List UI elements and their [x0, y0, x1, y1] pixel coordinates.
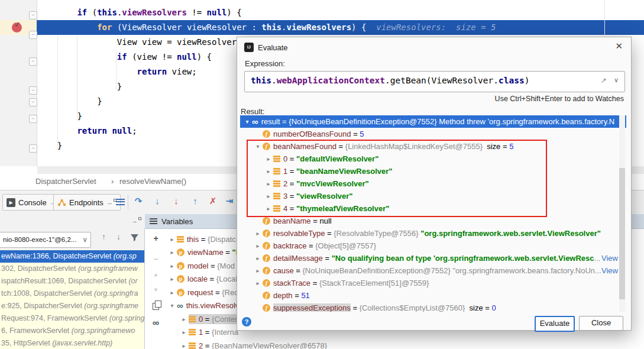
result-row[interactable]: ▸3 = "viewResolver": [240, 190, 626, 202]
tree-chevron-icon[interactable]: ▸: [253, 230, 263, 237]
result-row[interactable]: fbeanName = null: [240, 215, 626, 227]
close-icon[interactable]: ✕: [615, 41, 623, 51]
result-row[interactable]: ▸2 = "mvcViewResolver": [240, 177, 626, 190]
fold-marker-icon[interactable]: −: [29, 115, 37, 123]
frame-row[interactable]: tch:1008, DispatcherServlet (org.springf…: [0, 287, 144, 300]
fold-marker-icon[interactable]: −: [29, 31, 37, 39]
frame-row[interactable]: 302, DispatcherServlet (org.springframew: [0, 263, 144, 275]
force-step-into-icon[interactable]: ↓: [170, 196, 182, 206]
parameter-icon: p: [177, 248, 185, 256]
fold-marker-icon[interactable]: −: [29, 98, 37, 106]
result-row[interactable]: ▸4 = "thymeleafViewResolver": [240, 202, 626, 215]
fold-marker-icon[interactable]: −: [29, 11, 37, 20]
result-row[interactable]: fnumberOfBeansFound = 5: [240, 128, 626, 140]
result-row[interactable]: ▸fcause = {NoUniqueBeanDefinitionExcepti…: [240, 264, 626, 277]
fold-marker-icon[interactable]: −: [29, 57, 37, 66]
frame-down-icon[interactable]: ↓: [116, 232, 121, 241]
pin-icon[interactable]: →: [131, 217, 141, 224]
view-link[interactable]: View: [601, 254, 618, 263]
ide-window: if (this.viewResolvers != null) { for (V…: [0, 0, 644, 349]
tree-chevron-icon[interactable]: ▸: [167, 263, 177, 269]
tree-chevron-icon[interactable]: ▸: [264, 193, 273, 199]
breakpoint-verified-check-icon: ✓: [14, 20, 21, 29]
parameter-icon: p: [177, 289, 185, 296]
result-row[interactable]: ▾fbeanNamesFound = {LinkedHashMap$Linked…: [240, 140, 626, 153]
breakpoint-icon[interactable]: ✓: [12, 22, 22, 33]
add-watch-icon[interactable]: +: [145, 234, 167, 243]
move-up-icon[interactable]: ▲: [145, 272, 167, 277]
frame-row[interactable]: 35, HttpServlet (javax.servlet.http): [0, 337, 144, 349]
tree-chevron-icon[interactable]: ▸: [253, 243, 263, 249]
frame-row[interactable]: ispatchResult:1069, DispatcherServlet (o…: [0, 275, 144, 287]
result-row[interactable]: ▸fstackTrace = {StackTraceElement[51]@75…: [240, 277, 626, 289]
field-icon: f: [263, 130, 270, 138]
tree-chevron-icon[interactable]: ▸: [179, 329, 189, 335]
tree-chevron-icon[interactable]: ▸: [167, 276, 177, 282]
drop-frame-icon[interactable]: ✗: [207, 196, 219, 206]
tree-chevron-icon[interactable]: ▸: [264, 168, 273, 174]
chevron-down-icon: ∨: [83, 232, 88, 247]
tree-chevron-icon[interactable]: ▸: [253, 267, 263, 274]
move-down-icon[interactable]: ▼: [145, 287, 167, 293]
array-item-icon: [273, 168, 280, 174]
tree-chevron-icon[interactable]: ▸: [179, 316, 189, 322]
result-row[interactable]: ▸0 = "defaultViewResolver": [240, 153, 626, 165]
layout-menu-icon[interactable]: [116, 199, 125, 205]
tree-chevron-icon[interactable]: ▸: [264, 156, 273, 162]
tree-chevron-icon[interactable]: ▾: [253, 143, 263, 150]
show-watches-icon[interactable]: ∞: [145, 318, 167, 328]
result-row[interactable]: ▸fresolvableType = {ResolvableType@7556}…: [240, 227, 626, 240]
tree-chevron-icon[interactable]: ▸: [179, 342, 189, 349]
result-row[interactable]: fsuppressedExceptions = {Collections$Emp…: [240, 302, 626, 312]
frame-row[interactable]: ewName:1366, DispatcherServlet (org.sp: [0, 250, 144, 263]
filter-frames-icon[interactable]: [130, 234, 139, 242]
tree-chevron-icon[interactable]: ▸: [264, 180, 273, 187]
parameter-icon: p: [177, 275, 185, 283]
tree-chevron-icon[interactable]: ▸: [253, 280, 263, 286]
step-out-icon[interactable]: ↑: [189, 196, 201, 206]
tree-chevron-icon[interactable]: ▾: [167, 302, 177, 309]
close-button[interactable]: Close: [579, 316, 623, 331]
add-to-watches-hint: Use Ctrl+Shift+Enter to add to Watches: [495, 95, 624, 103]
run-to-cursor-icon[interactable]: ⇥: [224, 196, 235, 206]
fold-marker-icon[interactable]: −: [29, 86, 37, 95]
frame-row[interactable]: e:925, DispatcherServlet (org.springfram…: [0, 300, 144, 312]
result-label: Result:: [241, 107, 264, 116]
result-row[interactable]: ▸fdetailMessage = "No qualifying bean of…: [240, 252, 626, 264]
result-row[interactable]: ▾∞result = {NoUniqueBeanDefinitionExcept…: [240, 115, 626, 128]
expression-label: Expression:: [245, 59, 285, 68]
code-line: }: [37, 79, 122, 94]
chevron-down-icon[interactable]: ∨: [614, 76, 619, 84]
result-row[interactable]: fdepth = 51: [240, 289, 626, 302]
step-over-icon[interactable]: ↷: [132, 196, 144, 206]
breadcrumb-method[interactable]: resolveViewName(): [119, 177, 186, 186]
tree-chevron-icon[interactable]: ▸: [264, 205, 273, 212]
tree-chevron-icon[interactable]: ▸: [167, 249, 177, 256]
thread-selector[interactable]: nio-8080-exec-1"@6,2... ∨: [0, 232, 91, 248]
result-row[interactable]: ▸1 = "beanNameViewResolver": [240, 165, 626, 177]
watch-result-icon: ∞: [252, 118, 258, 125]
tree-chevron-icon[interactable]: ▾: [242, 118, 252, 125]
result-scrollbar-thumb[interactable]: [619, 168, 625, 299]
code-line: return view;: [37, 64, 197, 79]
view-link[interactable]: View: [601, 266, 618, 275]
tree-chevron-icon[interactable]: ▸: [253, 255, 263, 261]
tree-chevron-icon[interactable]: ▸: [167, 289, 177, 296]
field-icon: f: [263, 267, 270, 274]
frame-up-icon[interactable]: ↑: [102, 232, 106, 241]
frame-row[interactable]: Request:974, FrameworkServlet (org.sprin…: [0, 312, 144, 325]
remove-watch-icon[interactable]: −: [145, 254, 167, 264]
expand-editor-icon[interactable]: ↗: [601, 76, 607, 85]
duplicate-watch-icon[interactable]: [145, 302, 167, 312]
tab-endpoints[interactable]: Endpoints →: [53, 194, 121, 211]
result-row[interactable]: ▸fbacktrace = {Object[5]@7557}: [240, 240, 626, 252]
expression-input[interactable]: this.webApplicationContext.getBean(ViewR…: [244, 71, 625, 92]
help-icon[interactable]: ?: [242, 317, 251, 327]
breadcrumb-class[interactable]: DispatcherServlet: [35, 177, 96, 186]
variable-row[interactable]: ▸2 = {BeanNameViewResolver@6578}: [167, 339, 644, 349]
fold-marker-icon[interactable]: −: [29, 144, 37, 153]
evaluate-button[interactable]: Evaluate: [535, 316, 575, 332]
step-into-icon[interactable]: ↓: [151, 196, 163, 206]
frame-row[interactable]: 6, FrameworkServlet (org.springframewo: [0, 325, 144, 337]
tree-chevron-icon[interactable]: ▸: [167, 236, 177, 243]
